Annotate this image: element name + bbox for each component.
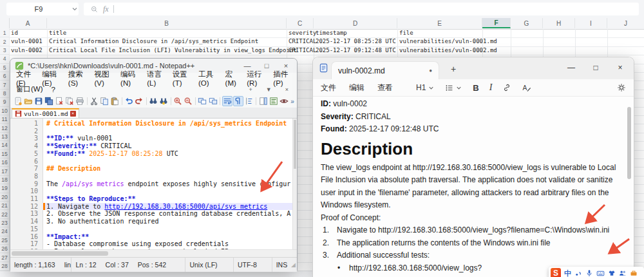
sogou-logo-icon[interactable]: S [551,268,561,277]
row-number[interactable]: 10 [0,107,9,115]
column-header-J[interactable]: J [607,18,644,28]
row-number[interactable]: 15 [0,150,9,158]
cell[interactable]: vulnerabilities/vuln-0002.md [397,46,497,55]
close-button[interactable]: × [608,57,632,78]
row-number[interactable]: 4 [0,55,9,63]
column-header-H[interactable]: H [543,18,575,28]
minimize-button[interactable]: — [559,57,583,78]
cell[interactable]: file [397,29,413,37]
editor-line[interactable]: 9The /api/sys_metrics endpoint exposes h… [10,180,292,188]
editor-line[interactable]: 17- Database compromise using exposed cr… [10,240,292,248]
editor-line[interactable]: 143. No authentication required [10,218,292,225]
row-number[interactable]: 2 [0,37,9,46]
column-header-A[interactable]: A [9,18,47,28]
heading-select[interactable]: H1 [416,83,435,92]
h-scroll-thumb[interactable] [12,251,108,256]
editor-line[interactable]: 121. Navigate to http://192.168.30.168:5… [10,203,292,211]
list-select[interactable] [445,84,462,92]
row-number[interactable]: 22 [0,210,9,218]
row-number[interactable]: 18 [0,176,9,184]
cell[interactable]: severity [287,29,316,37]
maximize-button[interactable]: □ [583,57,608,78]
tab-vuln-0001[interactable]: vuln-0001.md × [12,108,79,118]
row-number[interactable]: 6 [0,72,9,81]
chinese-mode-icon[interactable]: 中 [564,269,571,277]
print-icon[interactable] [75,96,84,106]
row-number[interactable]: 5 [0,64,9,72]
cell[interactable]: CRITICAL [287,37,316,46]
cell[interactable]: vuln-0001 [9,37,43,46]
zoom-in-icon[interactable] [173,96,183,106]
show-all-chars-icon[interactable] [233,96,243,106]
replace-icon[interactable] [159,96,169,106]
editor-line[interactable]: 16**Impact:** [10,233,292,241]
word-wrap-icon[interactable] [222,96,232,106]
redo-icon[interactable] [135,96,144,106]
editor-line[interactable]: 1# Critical Information Disclosure in /a… [10,120,292,128]
notepad-content[interactable]: ID: vuln-0002Severity: CRITICALFound: 20… [313,96,623,277]
editor-line[interactable]: 5**Found:** 2025-12-17 08:25:28 UTC [10,150,292,158]
row-number[interactable]: 21 [0,202,9,210]
column-header-I[interactable]: I [575,18,607,28]
row-number[interactable]: 7 [0,81,9,89]
npp-menu-item[interactable]: 设置(T) [173,70,190,87]
editor-line[interactable]: 3**ID:** vuln-0001 [10,135,292,142]
formula-input[interactable]: fx [84,3,639,15]
cell[interactable]: title [47,29,66,37]
select-all-corner[interactable] [0,18,10,28]
editor-line[interactable]: 11**Steps to Reproduce:** [10,195,292,203]
cell[interactable]: 2025-12-17 08:25:28 UTC [314,37,396,46]
npp-menu-item[interactable]: 宏(M) [225,70,239,87]
v-scroll-thumb[interactable] [627,107,631,179]
row-number[interactable]: 9 [0,98,9,106]
editor-line[interactable]: 7## Description [10,165,292,173]
npp-vertical-scrollbar[interactable] [292,119,297,249]
row-number[interactable]: 16 [0,158,9,167]
skin-icon[interactable] [608,269,616,277]
row-number[interactable]: 23 [0,219,9,227]
chevron-down-icon[interactable] [71,5,79,13]
menu-file[interactable]: 文件 [321,82,336,93]
editor-line[interactable]: 10 [10,187,292,195]
row-number[interactable]: 12 [0,124,9,132]
editor-line[interactable]: 15 [10,225,292,233]
settings-gear-icon[interactable] [617,83,626,92]
menu-edit[interactable]: 编辑 [349,82,365,93]
open-icon[interactable] [23,96,33,106]
tab-close-icon[interactable]: × [70,111,76,117]
column-header-G[interactable]: G [511,18,543,28]
bold-button[interactable]: B [473,83,478,93]
column-header-E[interactable]: E [397,18,482,28]
npp-menu-item[interactable]: 视图(V) [94,70,112,87]
cell[interactable]: Critical Information Disclosure in /api/… [47,37,258,46]
copy-icon[interactable] [100,96,109,106]
npp-menu-item[interactable]: 插件(P) [273,70,291,87]
column-header-B[interactable]: B [47,18,287,28]
cell[interactable]: id [9,29,18,37]
sogou-ime-bar[interactable]: S 中 [549,267,644,277]
save-icon[interactable] [33,96,43,106]
clear-format-button[interactable]: A [522,83,531,93]
link-button[interactable] [502,83,511,92]
tabbar-new-icon[interactable]: + [247,86,255,93]
cell[interactable]: CRITICAL [287,46,316,55]
npp-menu-item[interactable]: 窗口(W) [16,84,43,94]
italic-button[interactable]: I [489,82,493,93]
move-view-icon[interactable] [208,96,218,106]
row-number[interactable]: 19 [0,184,9,193]
npp-menu-item[interactable]: ? [52,86,55,93]
tabbar-close-icon[interactable]: × [283,86,291,93]
cell[interactable]: timestamp [314,29,347,37]
status-eol[interactable]: Unix (LF) [185,258,234,272]
row-number[interactable]: 14 [0,141,9,149]
toolbar-overflow-icon[interactable]: » [290,98,294,105]
magnifier-icon[interactable] [90,5,99,14]
status-ins-mode[interactable]: INS [272,258,291,272]
npp-menu-item[interactable]: 语言(L) [147,70,164,87]
keyboard-icon[interactable] [596,269,605,277]
cut-icon[interactable] [89,96,99,106]
row-number[interactable]: 8 [0,90,9,98]
npp-menu-item[interactable]: 工具(O) [198,70,217,87]
column-header-F[interactable]: F [482,18,511,28]
npp-menu-item[interactable]: 运行(R) [247,70,265,87]
